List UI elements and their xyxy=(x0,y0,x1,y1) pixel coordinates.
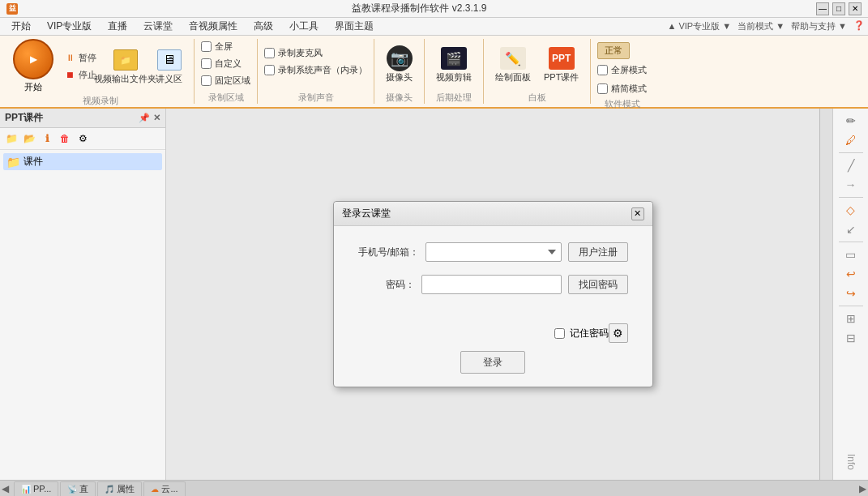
dialog-close-button[interactable]: ✕ xyxy=(631,207,644,220)
info-button[interactable]: ℹ xyxy=(39,130,55,147)
tree-item-folder[interactable]: 📁 课件 xyxy=(3,153,162,170)
phone-select[interactable] xyxy=(425,242,562,262)
dialog-title-bar: 登录云课堂 ✕ xyxy=(334,202,652,226)
menu-audio-video[interactable]: 音视频属性 xyxy=(181,18,246,35)
tab-props[interactable]: 🎵 属性 xyxy=(97,481,142,496)
menu-cloud[interactable]: 云课堂 xyxy=(135,18,181,35)
nav-right-arrow[interactable]: ▶ xyxy=(857,483,868,494)
maximize-button[interactable]: □ xyxy=(832,2,845,15)
simple-mode-input[interactable] xyxy=(597,83,608,94)
menu-theme[interactable]: 界面主题 xyxy=(327,18,382,35)
tab-live[interactable]: 📡 直 xyxy=(60,481,96,496)
rt-undo-button[interactable]: ↩ xyxy=(836,265,866,283)
ribbon-group-camera: 📷 摄像头 摄像头 xyxy=(374,39,425,104)
ribbon-group-post: 🎬 视频剪辑 后期处理 xyxy=(425,39,484,104)
draw-board-button[interactable]: ✏️ 绘制面板 xyxy=(490,42,536,87)
video-edit-button[interactable]: 🎬 视频剪辑 xyxy=(431,42,477,87)
rt-color1-button[interactable]: ⊞ xyxy=(836,310,866,327)
panel-pin-button[interactable]: 📌 xyxy=(139,113,150,123)
fullscreen-mode-label: 全屏模式 xyxy=(611,64,647,76)
custom-checkbox[interactable]: 自定义 xyxy=(201,56,242,71)
vertical-scrollbar[interactable] xyxy=(819,109,832,480)
settings-button[interactable]: ⚙ xyxy=(75,130,91,147)
close-button[interactable]: ✕ xyxy=(849,2,862,15)
fixed-area-label: 固定区域 xyxy=(215,75,250,87)
new-folder-button[interactable]: 📁 xyxy=(3,130,19,147)
rt-select-button[interactable]: ↙ xyxy=(836,220,866,238)
stop-icon: ⏹ xyxy=(63,68,76,81)
rt-highlight-button[interactable]: 🖊 xyxy=(836,131,866,149)
tab-cloud[interactable]: ☁ 云... xyxy=(143,481,185,496)
camera-buttons: 📷 摄像头 xyxy=(381,39,417,90)
folder-label: 课件 xyxy=(24,155,43,169)
rt-color2-button[interactable]: ⊟ xyxy=(836,329,866,347)
fixed-area-input[interactable] xyxy=(201,75,212,86)
rt-eraser-button[interactable]: ◇ xyxy=(836,201,866,219)
fullscreen-input[interactable] xyxy=(201,41,212,52)
menu-live[interactable]: 直播 xyxy=(100,18,135,35)
dialog-settings-button[interactable]: ⚙ xyxy=(609,323,628,343)
rt-redo-button[interactable]: ↪ xyxy=(836,284,866,302)
draw-board-icon: ✏️ xyxy=(500,45,526,71)
fixed-area-checkbox[interactable]: 固定区域 xyxy=(201,73,250,88)
panel-toolbar: 📁 📂 ℹ 🗑 ⚙ xyxy=(0,128,165,150)
menu-start[interactable]: 开始 xyxy=(3,18,39,35)
password-input[interactable] xyxy=(421,275,562,294)
open-button[interactable]: 📂 xyxy=(21,130,37,147)
rt-separator-3 xyxy=(839,242,863,242)
dialog-overlay: 登录云课堂 ✕ 手机号/邮箱： 用户注册 密码： xyxy=(166,109,819,480)
left-panel: PPT课件 📌 ✕ 📁 📂 ℹ 🗑 ⚙ 📁 课件 xyxy=(0,109,166,480)
tab-ppt[interactable]: 📊 PP... xyxy=(14,481,58,496)
fullscreen-mode-input[interactable] xyxy=(597,65,608,75)
record-mic-label: 录制麦克风 xyxy=(278,47,323,59)
whiteboard-buttons: ✏️ 绘制面板 PPT PPT课件 xyxy=(490,39,584,90)
question-button[interactable]: ❓ xyxy=(853,20,865,32)
rt-pen-button[interactable]: ✏ xyxy=(836,112,866,130)
rt-arrow-button[interactable]: → xyxy=(836,176,866,194)
fullscreen-mode-checkbox[interactable]: 全屏模式 xyxy=(597,62,647,78)
record-system-input[interactable] xyxy=(264,65,275,75)
title-bar: 益 益教课程录播制作软件 v2.3.1.9 — □ ✕ xyxy=(0,0,868,18)
app-title: 益教课程录播制作软件 v2.3.1.9 xyxy=(23,2,816,15)
current-mode-button[interactable]: 当前模式 ▼ xyxy=(738,20,785,32)
vip-mode-button[interactable]: ▲ VIP专业版 ▼ xyxy=(667,20,731,32)
record-area-buttons: 全屏 自定义 固定区域 xyxy=(201,39,250,90)
output-folder-button[interactable]: 📁 视频输出文件夹 xyxy=(103,44,148,88)
remember-checkbox[interactable] xyxy=(554,328,565,339)
record-sound-buttons: 录制麦克风 录制系统声音（内录） xyxy=(264,39,367,90)
rt-line-button[interactable]: ╱ xyxy=(836,156,866,174)
bottom-bar: ◀ 📊 PP... 📡 直 🎵 属性 ☁ 云... ▶ xyxy=(0,480,868,496)
ribbon-group-record-sound: 录制麦克风 录制系统声音（内录） 录制声音 xyxy=(258,39,374,104)
menu-vip[interactable]: VIP专业版 xyxy=(39,18,100,35)
delete-button[interactable]: 🗑 xyxy=(57,130,73,147)
right-toolbar: ✏ 🖊 ╱ → ◇ ↙ ▭ ↩ ↪ ⊞ ⊟ Info xyxy=(832,109,868,480)
simple-mode-checkbox[interactable]: 精简模式 xyxy=(597,81,647,96)
panel-title: PPT课件 xyxy=(5,111,43,125)
rt-rect-button[interactable]: ▭ xyxy=(836,246,866,263)
simple-mode-label: 精简模式 xyxy=(611,83,647,95)
fullscreen-checkbox[interactable]: 全屏 xyxy=(201,39,233,54)
record-system-checkbox[interactable]: 录制系统声音（内录） xyxy=(264,62,367,78)
camera-button[interactable]: 📷 摄像头 xyxy=(381,42,417,87)
menu-tools[interactable]: 小工具 xyxy=(281,18,327,35)
login-button[interactable]: 登录 xyxy=(460,351,525,374)
custom-input[interactable] xyxy=(201,58,212,69)
tab-live-icon: 📡 xyxy=(67,485,77,494)
panel-close-button[interactable]: ✕ xyxy=(153,113,160,123)
menu-advanced[interactable]: 高级 xyxy=(246,18,281,35)
ppt-courseware-button[interactable]: PPT PPT课件 xyxy=(539,42,584,87)
ribbon-group-whiteboard-label: 白板 xyxy=(528,90,546,104)
password-row: 密码： 找回密码 xyxy=(358,275,628,294)
video-edit-icon: 🎬 xyxy=(441,45,467,71)
video-edit-label: 视频剪辑 xyxy=(436,71,472,83)
help-button[interactable]: 帮助与支持 ▼ xyxy=(791,20,847,32)
pause-button[interactable]: ⏸ 暂停 xyxy=(60,50,100,65)
lecture-area-button[interactable]: 🖥 讲义区 xyxy=(151,44,187,88)
minimize-button[interactable]: — xyxy=(816,2,829,15)
nav-left-arrow[interactable]: ◀ xyxy=(0,483,11,494)
register-button[interactable]: 用户注册 xyxy=(568,242,628,262)
record-mic-input[interactable] xyxy=(264,48,275,58)
start-record-button[interactable]: ▶ xyxy=(13,39,53,79)
record-mic-checkbox[interactable]: 录制麦克风 xyxy=(264,45,323,61)
find-password-button[interactable]: 找回密码 xyxy=(568,275,628,294)
